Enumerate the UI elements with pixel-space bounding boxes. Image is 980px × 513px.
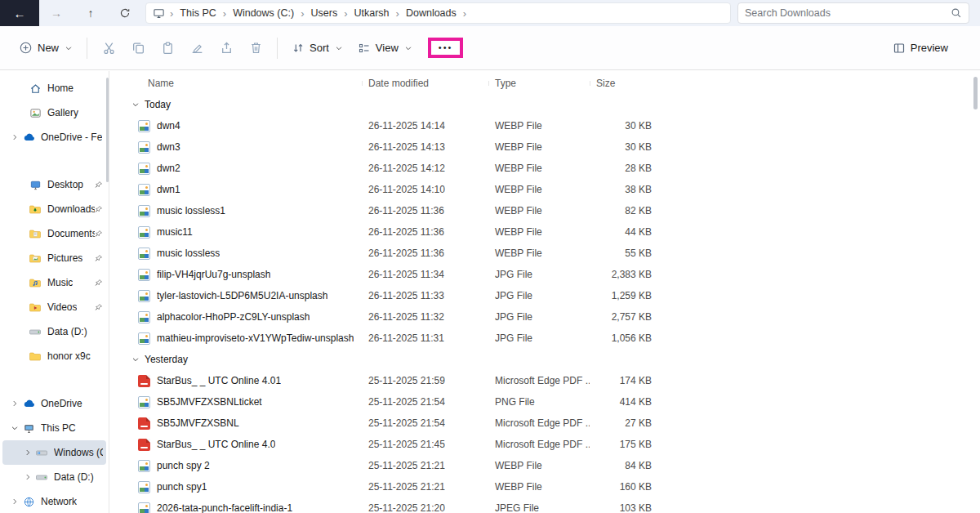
file-date-modified: 26-11-2025 14:12 [362,163,488,174]
sidebar-item-desktop[interactable]: Desktop [2,172,106,197]
sidebar-scrollbar-thumb[interactable] [106,78,109,182]
sidebar-item-honor-x9c[interactable]: honor x9c [2,344,106,368]
file-row[interactable]: 2026-tata-punch-facelift-india-1 25-11-2… [130,497,980,513]
rename-button[interactable] [185,36,209,60]
file-row[interactable]: dwn3 26-11-2025 14:13 WEBP File 30 KB [130,136,980,158]
file-type: WEBP File [488,184,590,195]
sidebar-item-this-pc[interactable]: This PC [2,416,106,440]
forward-button[interactable]: → [39,0,74,26]
group-header-yesterday[interactable]: Yesterday [130,349,980,370]
chevron-down-icon[interactable] [9,424,20,432]
copy-button[interactable] [126,36,150,60]
back-button[interactable]: ← [0,0,39,26]
file-row[interactable]: music lossless1 26-11-2025 11:36 WEBP Fi… [130,200,980,221]
sidebar-item-home[interactable]: Home [2,76,106,100]
copy-icon [131,41,145,55]
back-icon: ← [14,7,26,20]
file-type-icon [138,439,150,451]
file-name: 2026-tata-punch-facelift-india-1 [157,502,292,513]
preview-button[interactable]: Preview [885,36,956,60]
column-header-size[interactable]: Size [590,78,657,89]
network-icon [22,495,35,508]
chevron-right-icon[interactable] [9,133,20,141]
see-more-button[interactable]: ••• [439,43,453,52]
breadcrumb-item-downloads[interactable]: Downloads [403,6,460,20]
sidebar-item-data-d-tree[interactable]: Data (D:) [2,465,106,489]
file-row[interactable]: mathieu-improviseto-xV1YWpTediw-unsplash… [130,328,980,349]
file-row[interactable]: filip-VH4jqrUu7g-unsplash 26-11-2025 11:… [130,264,980,285]
view-button[interactable]: View [350,36,420,60]
file-size: 30 KB [590,120,657,132]
file-date-modified: 26-11-2025 14:10 [362,184,488,195]
chevron-right-icon[interactable] [9,399,20,408]
window-scrollbar-thumb[interactable] [973,77,978,109]
file-row[interactable]: music lossless 26-11-2025 11:36 WEBP Fil… [130,243,980,264]
file-row[interactable]: punch spy 2 25-11-2025 21:21 WEBP File 8… [130,455,980,476]
group-header-today[interactable]: Today [130,94,980,115]
chevron-down-icon [404,44,412,52]
file-row[interactable]: dwn2 26-11-2025 14:12 WEBP File 28 KB [130,158,980,179]
breadcrumb-chevron-icon[interactable]: › [460,7,470,20]
file-type-icon [138,184,150,196]
breadcrumb-chevron-icon[interactable]: › [341,7,350,20]
breadcrumb-chevron-icon[interactable]: › [297,7,307,20]
sidebar-item-onedrive[interactable]: OneDrive [2,391,106,416]
sort-button[interactable]: Sort [284,36,350,60]
sidebar-item-gallery[interactable]: Gallery [2,100,106,125]
file-size: 27 KB [590,417,657,429]
drive-icon [35,471,48,484]
file-row[interactable]: alphacolor-HhoPP-zC9LY-unsplash 26-11-20… [130,306,980,328]
sidebar-item-music[interactable]: Music [2,270,106,295]
file-row[interactable]: music11 26-11-2025 11:36 WEBP File 44 KB [130,221,980,243]
column-header-type[interactable]: Type [488,78,590,89]
new-button[interactable]: New [11,35,80,60]
sidebar-item-downloads[interactable]: Downloads [2,197,106,221]
breadcrumb-chevron-icon[interactable]: › [393,7,403,20]
up-button[interactable]: ↑ [74,0,108,26]
breadcrumb-chevron-icon[interactable]: › [220,7,229,20]
chevron-right-icon[interactable] [22,473,33,481]
file-date-modified: 26-11-2025 11:33 [362,290,488,301]
breadcrumb-item-users[interactable]: Users [308,6,341,20]
breadcrumb-chevron-icon[interactable]: › [167,7,176,20]
file-name: music lossless1 [157,205,225,216]
share-button[interactable] [214,36,238,60]
file-row[interactable]: StarBus_ _ UTC Online 4.01 25-11-2025 21… [130,370,980,391]
file-type-icon [138,332,150,345]
column-header-name[interactable]: Name [130,78,362,89]
file-size: 82 KB [590,205,657,216]
chevron-right-icon[interactable] [9,497,20,506]
paste-button[interactable] [155,36,180,60]
file-row[interactable]: dwn1 26-11-2025 14:10 WEBP File 38 KB [130,179,980,200]
chevron-right-icon[interactable] [22,448,33,457]
file-name: punch spy 2 [157,460,210,471]
file-type-icon [138,375,150,387]
file-row[interactable]: punch spy1 25-11-2025 21:21 WEBP File 16… [130,476,980,497]
file-type: WEBP File [488,141,590,153]
sidebar-item-data-d[interactable]: Data (D:) [2,319,106,344]
file-row[interactable]: dwn4 26-11-2025 14:14 WEBP File 30 KB [130,115,980,136]
new-icon [19,41,33,55]
breadcrumb-item-this-pc[interactable]: This PC [176,6,219,20]
search-input[interactable] [745,7,951,19]
cut-button[interactable] [96,36,121,60]
breadcrumb-item-utkarsh[interactable]: Utkarsh [351,6,393,20]
sidebar-item-videos[interactable]: Videos [2,295,106,319]
file-row[interactable]: SB5JMVFZXSBNLticket 25-11-2025 21:54 PNG… [130,391,980,413]
file-row[interactable]: SB5JMVFZXSBNL 25-11-2025 21:54 Microsoft… [130,413,980,434]
sidebar-item-windows-c[interactable]: Windows (C:) [2,440,106,465]
annotation-highlight-box: ••• [428,38,464,58]
sidebar-item-documents[interactable]: Documents [2,221,106,246]
refresh-button[interactable] [108,0,142,26]
sidebar-item-onedrive-personal[interactable]: OneDrive - Fe [2,125,106,149]
column-header-date-modified[interactable]: Date modified [362,78,488,89]
preview-icon [893,42,906,55]
sidebar-item-network[interactable]: Network [2,489,106,513]
group-rows-yesterday: StarBus_ _ UTC Online 4.01 25-11-2025 21… [130,370,980,513]
breadcrumb-item-windows-c[interactable]: Windows (C:) [229,6,297,20]
file-name: alphacolor-HhoPP-zC9LY-unsplash [157,311,310,323]
file-row[interactable]: StarBus_ _ UTC Online 4.0 25-11-2025 21:… [130,434,980,455]
sidebar-item-pictures[interactable]: Pictures [2,246,106,270]
file-row[interactable]: tyler-lastovich-L5DP6M5U2IA-unsplash 26-… [130,285,980,306]
delete-button[interactable] [243,36,268,60]
